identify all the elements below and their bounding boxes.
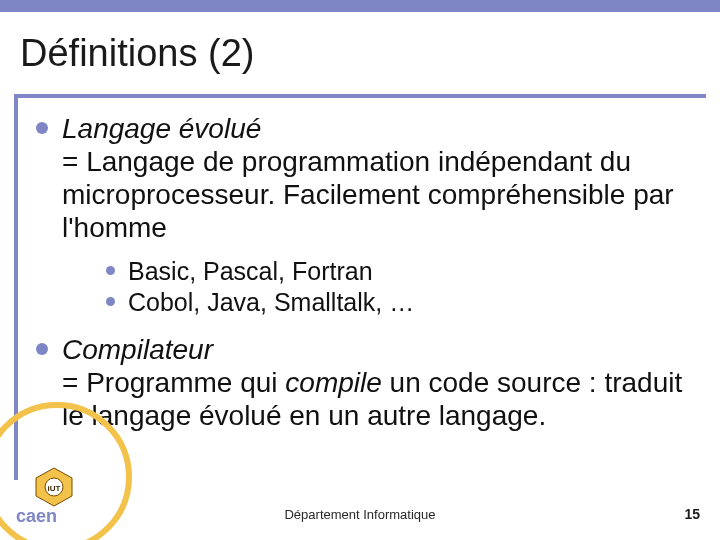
logo-svg: iUT caen xyxy=(14,466,84,526)
sub-bullet-text: Basic, Pascal, Fortran xyxy=(128,257,373,285)
sub-bullet-text: Cobol, Java, Smalltalk, … xyxy=(128,288,414,316)
definition-text-pre: = Programme qui xyxy=(62,367,285,398)
sub-bullet-icon xyxy=(106,266,115,275)
bullet-item: Compilateur = Programme qui compile un c… xyxy=(36,333,690,432)
term-text: Langage évolué xyxy=(62,113,261,144)
sub-bullet-item: Cobol, Java, Smalltalk, … xyxy=(106,287,690,318)
bullet-icon xyxy=(36,122,48,134)
slide-title: Définitions (2) xyxy=(14,32,254,75)
caen-logo: iUT caen xyxy=(14,466,84,530)
top-accent-bar xyxy=(0,0,720,12)
sub-bullet-group: Basic, Pascal, Fortran Cobol, Java, Smal… xyxy=(36,256,690,319)
definition-text: = Langage de programmation indépendant d… xyxy=(62,146,674,243)
content-area: Langage évolué = Langage de programmatio… xyxy=(36,112,690,470)
bullet-item: Langage évolué = Langage de programmatio… xyxy=(36,112,690,244)
iut-badge-icon: iUT xyxy=(36,468,72,506)
sub-bullet-item: Basic, Pascal, Fortran xyxy=(106,256,690,287)
definition-text-italic: compile xyxy=(285,367,381,398)
slide: Définitions (2) Langage évolué = Langage… xyxy=(0,0,720,540)
bullet-icon xyxy=(36,343,48,355)
page-number: 15 xyxy=(684,506,700,522)
term-text: Compilateur xyxy=(62,334,213,365)
title-area: Définitions (2) xyxy=(14,12,706,98)
logo-text: caen xyxy=(16,506,57,526)
svg-text:iUT: iUT xyxy=(48,484,61,493)
sub-bullet-icon xyxy=(106,297,115,306)
